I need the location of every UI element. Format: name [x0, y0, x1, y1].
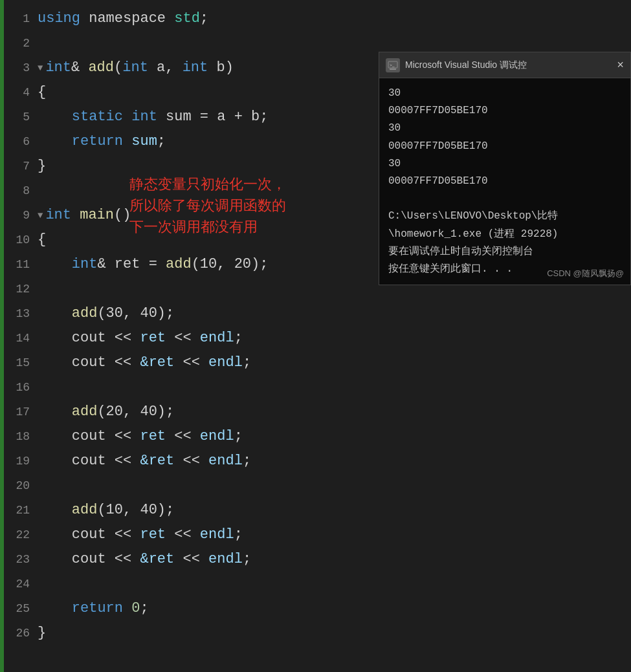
token: add	[38, 498, 97, 523]
console-output-line: 要在调试停止时自动关闭控制台	[388, 243, 621, 261]
line-number: 18	[12, 424, 30, 449]
collapse-icon[interactable]: ▼	[38, 203, 43, 228]
line-number: 6	[12, 129, 30, 154]
line-number: 21	[12, 498, 30, 523]
token: cout	[38, 523, 106, 547]
token: cout	[38, 547, 106, 572]
token: std	[174, 6, 200, 31]
token: (20, 40);	[97, 400, 174, 424]
token: ret	[140, 424, 166, 449]
line-number: 9	[12, 203, 30, 228]
code-line: 16	[12, 375, 631, 400]
token: <<	[106, 351, 140, 375]
token: add	[38, 301, 97, 326]
line-number: 23	[12, 547, 30, 572]
line-number: 17	[12, 400, 30, 424]
line-number: 24	[12, 572, 30, 596]
token: <<	[166, 424, 200, 449]
code-line: 15 cout << &ret << endl;	[12, 351, 631, 375]
token	[71, 203, 80, 228]
console-panel: >_ Microsoft Visual Studio 调试控 × 3000007…	[379, 52, 631, 285]
token: ;	[234, 326, 243, 351]
token: ;	[140, 596, 148, 621]
token: ()	[114, 203, 131, 228]
token: (	[114, 56, 122, 80]
token: endl	[200, 424, 234, 449]
line-number: 7	[12, 154, 30, 179]
token: b)	[208, 56, 234, 80]
token: a,	[148, 56, 183, 80]
line-number: 4	[12, 80, 30, 105]
console-output-line: C:\Users\LENOVO\Desktop\比特	[388, 208, 621, 225]
annotation-line: 下一次调用都没有用	[129, 216, 286, 237]
console-output-line: 30	[388, 120, 621, 137]
token: ;	[243, 449, 251, 473]
code-line: 21 add(10, 40);	[12, 498, 631, 523]
token: sum	[131, 129, 157, 154]
token: cout	[38, 449, 106, 473]
line-number: 2	[12, 31, 30, 56]
line-number: 5	[12, 105, 30, 129]
token: add	[88, 56, 114, 80]
token: namespace	[80, 6, 174, 31]
token: <<	[106, 326, 140, 351]
token: (10, 20);	[192, 252, 269, 277]
code-editor: 1using namespace std;23▼int& add(int a, …	[0, 0, 631, 672]
token: endl	[208, 547, 243, 572]
token: add	[166, 252, 192, 277]
token: {	[38, 228, 46, 252]
svg-text:>_: >_	[390, 63, 395, 68]
code-line: 17 add(20, 40);	[12, 400, 631, 424]
line-number: 26	[12, 621, 30, 645]
console-output-line	[388, 190, 621, 208]
token: ;	[157, 129, 166, 154]
token: }	[38, 621, 46, 645]
line-number: 20	[12, 473, 30, 498]
code-line: 1using namespace std;	[12, 6, 631, 31]
token: ;	[243, 547, 251, 572]
token: ;	[234, 523, 243, 547]
token: sum = a + b;	[157, 105, 269, 129]
code-line: 23 cout << &ret << endl;	[12, 547, 631, 572]
token: endl	[200, 523, 234, 547]
code-line: 26}	[12, 621, 631, 645]
token: {	[38, 80, 46, 105]
console-output-line: 00007FF7D05BE170	[388, 173, 621, 190]
line-number: 14	[12, 326, 30, 351]
token: <<	[174, 449, 208, 473]
collapse-icon[interactable]: ▼	[38, 56, 43, 80]
code-line: 25 return 0;	[12, 596, 631, 621]
token: }	[38, 154, 46, 179]
token: endl	[200, 326, 234, 351]
token: static	[38, 105, 131, 129]
token: ;	[234, 424, 243, 449]
token: (10, 40);	[97, 498, 174, 523]
console-output-line: 30	[388, 155, 621, 173]
token: &ret	[140, 351, 174, 375]
token: <<	[106, 424, 140, 449]
line-number: 15	[12, 351, 30, 375]
token: add	[38, 400, 97, 424]
token: <<	[166, 523, 200, 547]
token: <<	[174, 351, 208, 375]
console-output-line: 00007FF7D05BE170	[388, 102, 621, 120]
token: ;	[200, 6, 208, 31]
token: int	[183, 56, 208, 80]
code-line: 24	[12, 572, 631, 596]
line-number: 12	[12, 277, 30, 301]
code-line: 19 cout << &ret << endl;	[12, 449, 631, 473]
console-close-button[interactable]: ×	[617, 59, 624, 72]
token: main	[80, 203, 114, 228]
token: ret	[140, 523, 166, 547]
token: <<	[166, 326, 200, 351]
token: <<	[106, 547, 140, 572]
green-accent-bar	[0, 0, 4, 672]
token: int	[122, 56, 148, 80]
token: &	[71, 56, 88, 80]
token: return	[38, 129, 131, 154]
annotation-line: 所以除了每次调用函数的	[129, 195, 286, 216]
line-number: 8	[12, 179, 30, 203]
console-titlebar: >_ Microsoft Visual Studio 调试控 ×	[379, 52, 630, 78]
line-number: 11	[12, 252, 30, 277]
console-output-line: 30	[388, 85, 621, 102]
